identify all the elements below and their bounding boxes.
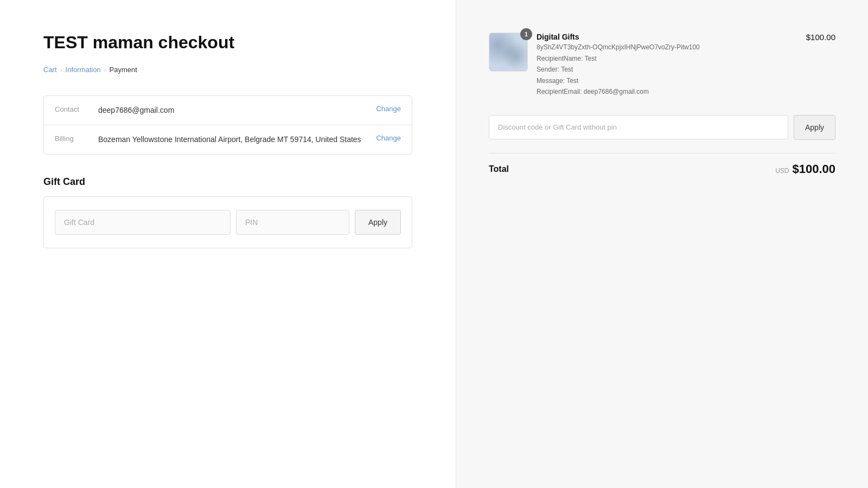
product-badge: 1 (520, 28, 532, 40)
gift-card-title: Gift Card (43, 176, 412, 188)
product-recipient-email: RecipientEmail: deep7686@gmail.com (537, 86, 797, 97)
gift-card-box: Apply (43, 196, 412, 248)
total-label: Total (489, 164, 509, 174)
breadcrumb-cart[interactable]: Cart (43, 66, 57, 74)
contact-row: Contact deep7686@gmail.com Change (44, 96, 412, 125)
product-meta: RecipientName: Test Sender: Test Message… (537, 53, 797, 98)
left-panel: TEST maman checkout Cart › Information ›… (0, 0, 456, 488)
breadcrumb-current: Payment (110, 66, 137, 74)
billing-value: Bozeman Yellowstone International Airpor… (98, 134, 365, 145)
gift-card-apply-button[interactable]: Apply (355, 210, 401, 235)
gift-card-inputs: Apply (55, 210, 401, 235)
store-title: TEST maman checkout (43, 33, 412, 53)
discount-row: Apply (489, 115, 835, 140)
billing-label: Billing (55, 134, 87, 143)
discount-input[interactable] (489, 115, 788, 139)
breadcrumb: Cart › Information › Payment (43, 66, 412, 74)
contact-label: Contact (55, 105, 87, 113)
breadcrumb-information[interactable]: Information (66, 66, 101, 74)
product-sender: Sender: Test (537, 64, 797, 75)
right-panel: 1 Digital Gifts 8yShZ4VT3byZxth-OQmcKpjx… (456, 0, 868, 488)
product-image-wrapper: 1 (489, 33, 528, 72)
billing-row: Billing Bozeman Yellowstone Internationa… (44, 125, 412, 154)
product-recipient-name: RecipientName: Test (537, 53, 797, 64)
product-sku: 8yShZ4VT3byZxth-OQmcKpjxIHNjPweO7voZry-P… (537, 43, 797, 51)
product-price: $100.00 (806, 33, 835, 42)
discount-apply-button[interactable]: Apply (794, 115, 835, 140)
total-row: Total USD $100.00 (489, 153, 835, 176)
info-box: Contact deep7686@gmail.com Change Billin… (43, 95, 412, 155)
gift-card-pin-input[interactable] (236, 210, 349, 235)
contact-change[interactable]: Change (376, 105, 401, 113)
contact-value: deep7686@gmail.com (98, 105, 365, 116)
product-name: Digital Gifts (537, 33, 797, 41)
product-item: 1 Digital Gifts 8yShZ4VT3byZxth-OQmcKpjx… (489, 33, 835, 98)
total-amount: $100.00 (792, 162, 835, 176)
billing-change[interactable]: Change (376, 134, 401, 142)
breadcrumb-sep-2: › (104, 66, 106, 74)
total-amount-wrapper: USD $100.00 (775, 162, 835, 176)
gift-card-input[interactable] (55, 210, 231, 235)
total-currency: USD (775, 167, 789, 175)
breadcrumb-sep-1: › (60, 66, 62, 74)
product-details: Digital Gifts 8yShZ4VT3byZxth-OQmcKpjxIH… (537, 33, 797, 98)
product-message: Message: Test (537, 75, 797, 86)
